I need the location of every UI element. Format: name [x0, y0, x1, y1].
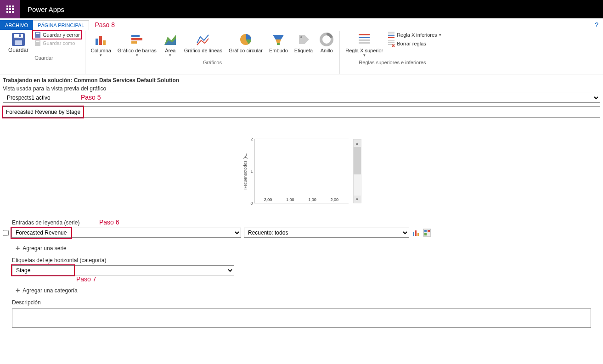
svg-rect-40 — [388, 42, 394, 43]
svg-marker-26 — [273, 35, 284, 39]
svg-rect-22 — [131, 41, 137, 44]
svg-rect-28 — [277, 43, 280, 45]
chart-type-icon[interactable] — [412, 229, 420, 237]
svg-rect-31 — [359, 34, 370, 35]
solution-label: Trabajando en la solución: Common Data S… — [3, 76, 600, 84]
add-series-button[interactable]: + Agregar una serie — [12, 238, 591, 257]
chart-bar-button[interactable]: Gráfico de barras▾ — [116, 31, 158, 59]
series-options-icon[interactable] — [423, 229, 431, 237]
group-label-reglas: Reglas superiores e inferiores — [359, 59, 426, 66]
svg-rect-33 — [359, 39, 370, 41]
svg-rect-8 — [12, 11, 14, 13]
svg-rect-4 — [9, 8, 11, 10]
series-field-select[interactable]: Forecasted Revenue — [11, 228, 241, 238]
svg-rect-5 — [12, 8, 14, 10]
chart-preview: Recuento:todos (F... 0 1 2 2,00 1,00 1,0… — [3, 120, 600, 217]
top-rule-button[interactable]: Regla X superior▾ — [344, 31, 385, 59]
svg-rect-42 — [413, 232, 414, 236]
chart-line-button[interactable]: Gráfico de líneas — [182, 31, 224, 54]
svg-rect-1 — [9, 6, 11, 7]
svg-rect-47 — [428, 230, 430, 232]
svg-rect-3 — [6, 8, 8, 10]
svg-rect-18 — [99, 36, 102, 45]
category-label: Etiquetas del eje horizontal (categoría) — [12, 257, 591, 265]
chart-name-input[interactable] — [3, 106, 600, 118]
svg-rect-39 — [388, 40, 394, 41]
chart-area-button[interactable]: Área▾ — [161, 31, 180, 59]
svg-rect-35 — [388, 32, 394, 33]
description-label: Descripción — [12, 299, 591, 308]
view-select[interactable]: Prospects1 activo — [3, 93, 600, 103]
chart-tag-button[interactable]: Etiqueta — [293, 31, 315, 54]
group-label-graficos: Gráficos — [203, 59, 222, 66]
annotation-step8: Paso 8 — [95, 21, 115, 28]
svg-rect-17 — [96, 39, 98, 45]
svg-point-29 — [300, 36, 302, 38]
save-and-close-button[interactable]: Guardar y cerrar — [33, 31, 81, 39]
svg-rect-36 — [388, 34, 394, 34]
svg-rect-44 — [417, 233, 419, 236]
y-axis-label: Recuento:todos (F... — [242, 139, 248, 203]
plus-icon: + — [16, 286, 20, 295]
chart-donut-button[interactable]: Anillo — [317, 31, 336, 54]
chart-scrollbar[interactable]: ▲ ▼ — [353, 139, 361, 203]
svg-rect-11 — [15, 40, 22, 45]
tab-pagina-principal[interactable]: PÁGINA PRINCIPAL — [33, 20, 89, 30]
svg-rect-43 — [415, 230, 417, 236]
svg-rect-38 — [388, 37, 394, 38]
svg-marker-27 — [276, 39, 281, 43]
svg-rect-0 — [6, 6, 8, 7]
clear-rules-button[interactable]: Borrar reglas — [388, 40, 426, 47]
app-launcher-icon[interactable] — [0, 0, 20, 18]
svg-rect-48 — [424, 233, 427, 235]
save-as-button[interactable]: Guardar como — [33, 39, 81, 47]
legend-label: Entradas de leyenda (serie) — [12, 219, 79, 226]
svg-rect-12 — [19, 34, 21, 37]
scroll-up-icon[interactable]: ▲ — [354, 140, 361, 147]
plus-icon: + — [16, 244, 20, 252]
add-category-button[interactable]: + Agregar una categoría — [12, 275, 591, 299]
chart-column-button[interactable]: Columna▾ — [89, 31, 113, 59]
bottom-rule-button[interactable]: Regla X inferiores▾ — [388, 31, 441, 39]
svg-rect-16 — [36, 41, 39, 42]
chart-funnel-button[interactable]: Embudo — [267, 31, 290, 54]
group-label-guardar: Guardar — [34, 54, 53, 62]
view-label: Vista usada para la vista previa del grá… — [3, 84, 600, 93]
series-checkbox[interactable] — [3, 230, 9, 236]
svg-rect-20 — [131, 35, 140, 37]
svg-rect-19 — [103, 40, 106, 45]
aggregation-select[interactable]: Recuento: todos — [244, 228, 409, 238]
svg-rect-34 — [359, 42, 370, 44]
svg-rect-32 — [359, 37, 370, 38]
svg-rect-37 — [388, 35, 394, 36]
tab-archivo[interactable]: ARCHIVO — [0, 20, 33, 30]
app-title: Power Apps — [28, 6, 64, 13]
category-field-select[interactable]: Stage — [12, 265, 234, 275]
svg-rect-46 — [424, 230, 427, 232]
svg-rect-10 — [14, 34, 23, 38]
scroll-down-icon[interactable]: ▼ — [354, 196, 361, 203]
svg-rect-14 — [36, 33, 39, 34]
svg-rect-2 — [12, 6, 14, 7]
svg-rect-7 — [9, 11, 11, 13]
annotation-step6: Paso 6 — [99, 218, 119, 226]
save-button[interactable]: Guardar — [6, 31, 30, 54]
chart-pie-button[interactable]: Gráfico circular — [227, 31, 265, 54]
description-textarea[interactable] — [12, 308, 591, 328]
svg-rect-6 — [6, 11, 8, 13]
svg-rect-21 — [131, 38, 142, 40]
help-icon[interactable]: ? — [595, 21, 598, 28]
